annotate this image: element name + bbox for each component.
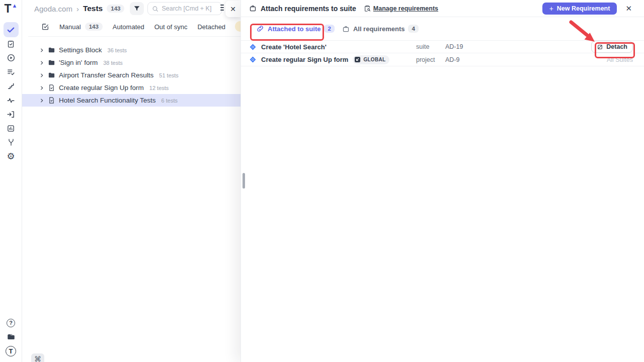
close-icon: ✕	[625, 4, 632, 13]
clipboard-search-icon	[364, 5, 371, 12]
rail-item-plans[interactable]	[4, 37, 18, 51]
branch-icon	[7, 138, 15, 146]
manage-requirements-link[interactable]: Manage requirements	[364, 5, 438, 12]
folder-icon	[7, 332, 16, 341]
folder-icon	[48, 46, 55, 54]
detach-icon	[597, 44, 603, 50]
chevron-right-icon[interactable]	[39, 85, 44, 90]
attached-count-badge: 2	[324, 25, 334, 33]
search-icon	[152, 6, 158, 12]
filter-manual[interactable]: Manual 143	[59, 23, 103, 31]
tree-item-hotel-search-selected[interactable]: Hotel Search Functionality Tests 6 tests	[22, 94, 240, 107]
requirements-list: Create 'Hotel Search' suite AD-19 Detach…	[241, 40, 644, 66]
rail-item-import[interactable]	[4, 107, 18, 121]
rail-item-docs[interactable]	[4, 330, 18, 344]
chevron-right-icon[interactable]	[39, 98, 44, 103]
tree-item-settings-block[interactable]: Settings Block 36 tests	[22, 44, 240, 56]
rail-item-pulse[interactable]	[4, 93, 18, 107]
attach-requirements-panel: Attach requirements to suite Manage requ…	[240, 0, 644, 362]
command-shortcut-badge: ⌘	[31, 353, 44, 362]
manual-count-badge: 143	[85, 23, 103, 31]
funnel-icon	[133, 5, 140, 12]
panel-edge-close-button[interactable]: ✕	[225, 1, 240, 17]
search-box	[147, 2, 222, 15]
activity-icon	[7, 96, 15, 105]
requirement-diamond-icon	[249, 56, 257, 63]
app-logo-icon[interactable]: T▲	[5, 3, 18, 16]
briefcase-icon	[249, 5, 257, 12]
filter-tabs-row: Manual 143 Automated Out of sync Detache…	[28, 17, 240, 37]
all-count-badge: 4	[408, 25, 418, 33]
rail-item-help[interactable]: ?	[4, 316, 18, 330]
panel-title: Attach requirements to suite	[261, 5, 356, 13]
breadcrumb-separator: ›	[76, 5, 79, 13]
plus-icon: +	[549, 5, 553, 13]
filter-out-of-sync[interactable]: Out of sync	[154, 23, 188, 31]
tree-item-sign-in-form[interactable]: 'Sign in' form 38 tests	[22, 56, 240, 69]
tab-attached-to-suite[interactable]: Attached to suite 2	[256, 25, 335, 33]
import-icon	[7, 110, 15, 119]
requirement-row-sign-up-form[interactable]: Create regular Sign Up form GLOBAL proje…	[241, 53, 644, 66]
document-check-icon	[48, 84, 55, 92]
requirement-id: AD-19	[445, 43, 591, 50]
tree-item-airport-transfer[interactable]: Airport Transfer Search Results 51 tests	[22, 69, 240, 81]
play-circle-icon	[7, 53, 16, 62]
stairs-icon	[7, 82, 15, 90]
chevron-right-icon[interactable]	[39, 48, 44, 53]
filter-button[interactable]	[130, 2, 144, 15]
rail-item-settings[interactable]: ⚙	[4, 149, 18, 163]
list-check-icon	[7, 68, 15, 76]
breadcrumb-section[interactable]: Tests	[83, 4, 103, 13]
document-check-icon	[48, 97, 55, 104]
panel-resize-handle[interactable]	[243, 173, 245, 189]
rail-item-steps[interactable]	[4, 79, 18, 93]
rail-item-runs[interactable]	[4, 51, 18, 65]
gear-icon: ⚙	[7, 152, 15, 161]
rail-item-analytics[interactable]	[4, 121, 18, 135]
new-requirement-button[interactable]: + New Requirement	[542, 3, 617, 15]
rail-item-tests[interactable]	[4, 22, 19, 37]
rail-item-branches[interactable]	[4, 135, 18, 149]
detach-button[interactable]: Detach	[591, 41, 633, 53]
global-badge: GLOBAL	[353, 55, 389, 64]
requirement-diamond-icon	[249, 43, 257, 51]
check-icon	[7, 26, 15, 34]
app-icon-rail: T▲	[0, 0, 22, 362]
help-icon: ?	[7, 319, 15, 327]
requirement-scope: project	[416, 56, 445, 63]
logo-circle-icon: T	[6, 346, 16, 356]
command-icon: ⌘	[34, 355, 41, 362]
breadcrumb-project[interactable]: Agoda.com	[34, 5, 72, 13]
close-panel-button[interactable]: ✕	[625, 4, 632, 13]
panel-header: Attach requirements to suite Manage requ…	[241, 0, 644, 17]
link-icon	[256, 25, 264, 33]
all-suites-label: All Suites	[607, 56, 633, 63]
close-icon: ✕	[230, 5, 236, 13]
folder-icon	[48, 71, 55, 79]
folder-icon	[48, 59, 55, 66]
requirement-id: AD-9	[445, 56, 607, 63]
tab-all-requirements[interactable]: All requirements 4	[342, 25, 419, 33]
briefcase-icon	[342, 25, 350, 33]
clipboard-check-icon	[7, 40, 15, 48]
filter-automated[interactable]: Automated	[113, 23, 144, 31]
search-input[interactable]	[162, 5, 217, 12]
rail-item-brand[interactable]: T	[4, 344, 18, 358]
requirement-scope: suite	[416, 43, 445, 50]
test-suites-tree: Settings Block 36 tests 'Sign in' form 3…	[22, 37, 240, 107]
chevron-right-icon[interactable]	[39, 60, 44, 65]
edit-check-icon[interactable]	[41, 23, 49, 31]
rail-bottom-group: ? T	[4, 316, 18, 358]
requirement-row-hotel-search[interactable]: Create 'Hotel Search' suite AD-19 Detach	[241, 40, 644, 53]
tests-header: Agoda.com › Tests 143 ✕	[22, 0, 240, 17]
bar-chart-icon	[7, 124, 15, 133]
global-icon	[354, 56, 361, 63]
filter-detached[interactable]: Detached	[197, 23, 225, 31]
requirements-tabs: Attached to suite 2 All requirements 4	[241, 17, 644, 40]
tests-tree-panel: Agoda.com › Tests 143 ✕ Manual 143 Autom…	[22, 0, 240, 362]
chevron-right-icon[interactable]	[39, 73, 44, 78]
rail-item-results[interactable]	[4, 65, 18, 79]
view-options-icon[interactable]	[220, 5, 224, 11]
tree-item-create-regular-sign-up[interactable]: Create regular Sign Up form 12 tests	[22, 81, 240, 94]
tests-count-badge: 143	[107, 5, 124, 13]
